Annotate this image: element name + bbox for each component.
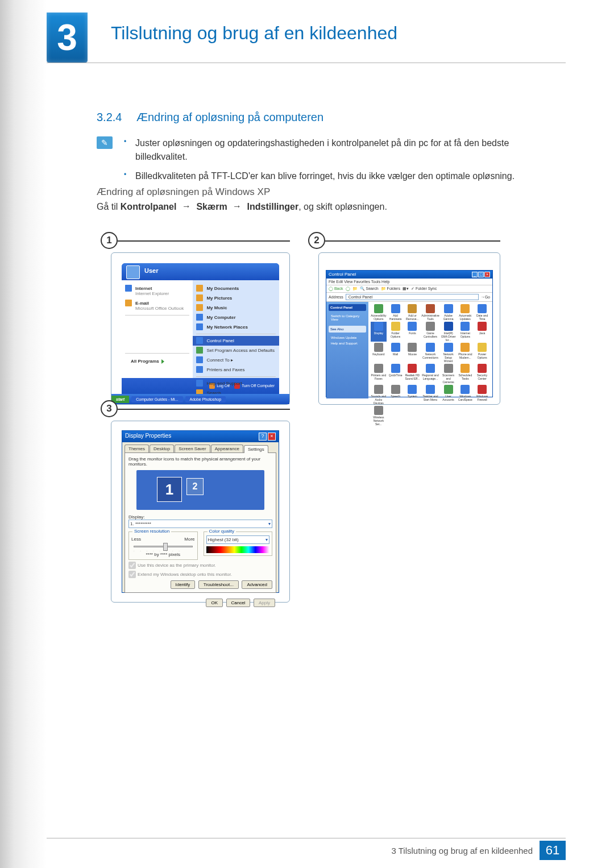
page-number: 61 (540, 841, 566, 860)
cp-sidebar: Control Panel Switch to Category View Se… (326, 302, 368, 398)
identify-button[interactable]: Identify (171, 580, 196, 589)
cp-side-header[interactable]: Control Panel (329, 304, 366, 311)
dp-monitor-1[interactable]: 1 (157, 477, 182, 502)
folders-button[interactable]: 📁 Folders (381, 286, 400, 291)
cp-icon[interactable]: Windows CardSpace (457, 385, 473, 405)
dp-tab-themes[interactable]: Themes (125, 445, 149, 452)
sm-help[interactable]: Help and Support (196, 379, 276, 388)
cp-icon[interactable]: Mouse (405, 343, 421, 363)
cp-icon[interactable]: Printers and Faxes (371, 364, 387, 384)
cp-icon[interactable]: Mail (388, 343, 404, 363)
cp-icon[interactable]: Windows Firewall (474, 385, 490, 405)
sm-printers[interactable]: Printers and Faxes (196, 365, 276, 375)
dp-tab-screen-saver[interactable]: Screen Saver (175, 445, 210, 452)
cp-icon[interactable]: Internet Options (457, 322, 473, 342)
arrow-icon: → (233, 201, 242, 211)
taskbar-item-2[interactable]: Adobe Photoshop (185, 396, 226, 402)
cp-icon[interactable]: Phone and Modem... (457, 343, 473, 363)
sm-connect-to[interactable]: Connect To ▸ (196, 355, 276, 365)
address-input[interactable]: Control Panel (346, 294, 479, 300)
cp-icon[interactable]: Keyboard (371, 343, 387, 363)
cp-icon[interactable]: Display (371, 322, 387, 342)
cp-icon[interactable]: Wireless Network Set... (371, 406, 387, 426)
minimize-icon[interactable]: _ (472, 272, 478, 277)
footer-text: 3 Tilslutning og brug af en kildeenhed (391, 846, 533, 855)
dp-tab-desktop[interactable]: Desktop (150, 445, 174, 452)
search-button[interactable]: 🔍 Search (360, 286, 379, 291)
cp-icon[interactable]: Network Setup Wizard (441, 343, 457, 363)
startmenu-right-pane: My Documents My Pictures My Music My Com… (193, 280, 279, 378)
sm-my-documents[interactable]: My Documents (196, 284, 276, 293)
cp-icon[interactable]: Game Controllers (421, 322, 439, 342)
cp-icon[interactable]: Network Connections (421, 343, 439, 363)
cp-icon[interactable]: System (405, 385, 421, 405)
header-rule (47, 63, 566, 63)
sm-all-programs[interactable]: All Programs (125, 355, 189, 364)
cp-icon[interactable]: Administrative Tools (421, 304, 439, 321)
taskbar: start Computer Guides - Mi... Adobe Phot… (111, 394, 289, 404)
up-button[interactable]: 📁 (352, 286, 358, 291)
forward-button[interactable]: ◯ (346, 286, 350, 291)
sm-email[interactable]: E-mailMicrosoft Office Outlook (125, 298, 189, 313)
advanced-button[interactable]: Advanced (242, 580, 272, 589)
cancel-button[interactable]: Cancel (226, 599, 251, 607)
ok-button[interactable]: OK (206, 599, 223, 607)
cp-icon[interactable]: Scheduled Tasks (457, 364, 473, 384)
troubleshoot-button[interactable]: Troubleshoot... (198, 580, 239, 589)
figure-1-rule (118, 240, 290, 242)
cp-windows-update[interactable]: Windows Update (329, 335, 366, 340)
cp-icon[interactable]: Folder Options (388, 322, 404, 342)
cp-icon[interactable]: Scanners and Cameras (441, 364, 457, 384)
cp-icon[interactable]: Realtek HD Sound Eff... (405, 364, 421, 384)
cp-icon[interactable]: Regional and Language... (421, 364, 439, 384)
sm-internet[interactable]: InternetInternet Explorer (125, 284, 189, 298)
cp-icon[interactable]: Sounds and Audio Devices (371, 385, 387, 405)
cp-icon[interactable]: QuickTime (388, 364, 404, 384)
cp-icon[interactable]: Adobe Gamma (441, 304, 457, 321)
cp-icon[interactable]: Speech (388, 385, 404, 405)
cp-icon[interactable]: Java (474, 322, 490, 342)
close-icon[interactable]: × (484, 272, 490, 277)
go-button[interactable]: →Go (481, 295, 490, 299)
cp-icon[interactable]: Security Center (474, 364, 490, 384)
sm-my-pictures[interactable]: My Pictures (196, 293, 276, 303)
sm-my-computer[interactable]: My Computer (196, 313, 276, 322)
sm-my-music[interactable]: My Music (196, 303, 276, 313)
cp-help-support[interactable]: Help and Support (329, 340, 366, 346)
cp-icon[interactable]: Date and Time (474, 304, 490, 321)
cp-menubar[interactable]: File Edit View Favorites Tools Help (326, 279, 492, 285)
cp-icon[interactable]: Add Hardware (388, 304, 404, 321)
taskbar-item-1[interactable]: Computer Guides - Mi... (131, 396, 182, 402)
cp-icon[interactable]: Intel(R) GMA Driver for... (441, 322, 457, 342)
dp-tab-settings[interactable]: Settings (244, 445, 268, 453)
cp-icon[interactable]: Automatic Updates (457, 304, 473, 321)
dp-display-select[interactable]: 1. ********* (128, 520, 272, 528)
dp-monitor-2[interactable]: 2 (186, 478, 204, 495)
sm-program-access[interactable]: Set Program Access and Defaults (196, 346, 276, 355)
sm-search[interactable]: Search (196, 388, 276, 394)
apply-button[interactable]: Apply (254, 599, 275, 607)
cp-icon[interactable]: User Accounts (441, 385, 457, 405)
dp-tab-appearance[interactable]: Appearance (211, 445, 243, 452)
cp-icon[interactable]: Power Options (474, 343, 490, 363)
maximize-icon[interactable]: □ (478, 272, 484, 277)
close-icon[interactable]: × (268, 433, 276, 441)
dp-primary-checkbox[interactable]: Use this device as the primary monitor. (128, 562, 272, 569)
figure-1-startmenu: User InternetInternet Explorer E-mailMic… (111, 252, 290, 405)
cp-icon[interactable]: Taskbar and Start Menu (421, 385, 439, 405)
cp-icon[interactable]: Fonts (405, 322, 421, 342)
cp-icon[interactable]: Add or Remove... (405, 304, 421, 321)
back-button[interactable]: ◯ Back (329, 286, 343, 291)
sm-my-network[interactable]: My Network Places (196, 322, 276, 332)
cp-switch-view[interactable]: Switch to Category View (329, 313, 366, 322)
dp-monitor-area[interactable]: 1 2 (136, 470, 264, 510)
dp-colorquality-select[interactable]: Highest (32 bit) (206, 535, 270, 544)
views-button[interactable]: ▦▾ (403, 286, 409, 291)
help-icon[interactable]: ? (259, 433, 267, 441)
foldersync-button[interactable]: ✓ Folder Sync (411, 286, 437, 291)
section-title: Ændring af opløsning på computeren (136, 111, 323, 124)
cp-icon[interactable]: Accessibility Options (371, 304, 387, 321)
dp-resolution-slider[interactable]: · · · · · · · · (134, 543, 193, 551)
sm-control-panel[interactable]: Control Panel (193, 336, 279, 346)
dp-extend-checkbox[interactable]: Extend my Windows desktop onto this moni… (128, 571, 272, 578)
